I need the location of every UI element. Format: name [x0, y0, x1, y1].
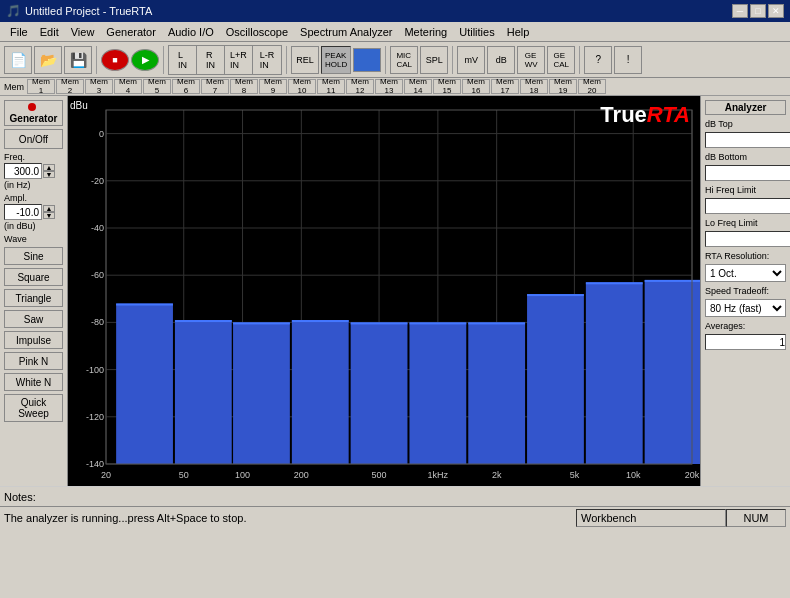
separator-1: [96, 46, 97, 74]
wave-sine[interactable]: Sine: [4, 247, 63, 265]
mem-19[interactable]: Mem19: [549, 79, 577, 94]
menu-file[interactable]: File: [4, 24, 34, 40]
averages-group: Averages:: [705, 321, 786, 350]
wave-pink-n[interactable]: Pink N: [4, 352, 63, 370]
rta-res-select[interactable]: 1 Oct. 1/2 Oct. 1/3 Oct. 1/6 Oct. 1/12 O…: [705, 264, 786, 282]
minimize-button[interactable]: ─: [732, 4, 748, 18]
db-button[interactable]: dB: [487, 46, 515, 74]
speed-select[interactable]: 80 Hz (fast) 40 Hz 20 Hz 10 Hz: [705, 299, 786, 317]
speed-group: Speed Tradeoff: 80 Hz (fast) 40 Hz 20 Hz…: [705, 286, 786, 317]
stop-button[interactable]: ■: [101, 49, 129, 71]
menubar: File Edit View Generator Audio I/O Oscil…: [0, 22, 790, 42]
lo-freq-input[interactable]: [705, 231, 790, 247]
db-top-group: dB Top ▲ ▼: [705, 119, 786, 148]
mem-16[interactable]: Mem16: [462, 79, 490, 94]
mem-20[interactable]: Mem20: [578, 79, 606, 94]
freq-input[interactable]: [4, 163, 42, 179]
menu-generator[interactable]: Generator: [100, 24, 162, 40]
hi-freq-input[interactable]: [705, 198, 790, 214]
db-top-input[interactable]: [705, 132, 790, 148]
channel-r-in[interactable]: RIN: [197, 46, 225, 74]
mem-6[interactable]: Mem6: [172, 79, 200, 94]
ampl-input[interactable]: [4, 204, 42, 220]
mem-3[interactable]: Mem3: [85, 79, 113, 94]
open-button[interactable]: 📂: [34, 46, 62, 74]
mem-1[interactable]: Mem1: [27, 79, 55, 94]
spl-button[interactable]: SPL: [420, 46, 448, 74]
hi-freq-row: ▲ ▼: [705, 198, 786, 214]
menu-audio-io[interactable]: Audio I/O: [162, 24, 220, 40]
db-bottom-input[interactable]: [705, 165, 790, 181]
rta-res-group: RTA Resolution: 1 Oct. 1/2 Oct. 1/3 Oct.…: [705, 251, 786, 282]
generator-onoff-button[interactable]: On/Off: [4, 129, 63, 149]
menu-oscilloscope[interactable]: Oscilloscope: [220, 24, 294, 40]
ampl-unit: (in dBu): [4, 221, 63, 231]
menu-metering[interactable]: Metering: [398, 24, 453, 40]
ampl-row: ▲ ▼: [4, 204, 63, 220]
memory-toolbar: Mem Mem1 Mem2 Mem3 Mem4 Mem5 Mem6 Mem7 M…: [0, 78, 790, 96]
wave-white-n[interactable]: White N: [4, 373, 63, 391]
mem-15[interactable]: Mem15: [433, 79, 461, 94]
mem-10[interactable]: Mem10: [288, 79, 316, 94]
mem-2[interactable]: Mem2: [56, 79, 84, 94]
freq-row: ▲ ▼: [4, 163, 63, 179]
ge-wv-button[interactable]: GEWV: [517, 46, 545, 74]
peak-hold-button[interactable]: PEAKHOLD: [321, 46, 351, 74]
window-controls: ─ □ ✕: [732, 4, 784, 18]
menu-help[interactable]: Help: [501, 24, 536, 40]
mic-wave-button[interactable]: [353, 48, 381, 72]
run-button[interactable]: ▶: [131, 49, 159, 71]
mv-button[interactable]: mV: [457, 46, 485, 74]
mem-9[interactable]: Mem9: [259, 79, 287, 94]
mem-18[interactable]: Mem18: [520, 79, 548, 94]
quick-sweep-button[interactable]: QuickSweep: [4, 394, 63, 422]
mem-12[interactable]: Mem12: [346, 79, 374, 94]
mem-4[interactable]: Mem4: [114, 79, 142, 94]
rel-button[interactable]: REL: [291, 46, 319, 74]
rta-res-label: RTA Resolution:: [705, 251, 786, 261]
notes-bar: Notes:: [0, 486, 790, 506]
save-button[interactable]: 💾: [64, 46, 92, 74]
analyzer-title: Analyzer: [705, 100, 786, 115]
mic-cal-button[interactable]: MICCAL: [390, 46, 418, 74]
freq-down[interactable]: ▼: [43, 171, 55, 178]
workbench-label: Workbench: [576, 509, 726, 527]
menu-utilities[interactable]: Utilities: [453, 24, 500, 40]
ampl-up[interactable]: ▲: [43, 205, 55, 212]
notes-input[interactable]: [40, 489, 786, 505]
mem-5[interactable]: Mem5: [143, 79, 171, 94]
mem-13[interactable]: Mem13: [375, 79, 403, 94]
mem-7[interactable]: Mem7: [201, 79, 229, 94]
channel-lr-in[interactable]: L+RIN: [225, 46, 253, 74]
separator-5: [452, 46, 453, 74]
help-excl-button[interactable]: !: [614, 46, 642, 74]
ampl-down[interactable]: ▼: [43, 212, 55, 219]
mem-14[interactable]: Mem14: [404, 79, 432, 94]
channel-l-r-in[interactable]: L-RIN: [253, 46, 281, 74]
toolbar: 📄 📂 💾 ■ ▶ LIN RIN L+RIN L-RIN REL PEAKHO…: [0, 42, 790, 78]
db-bottom-group: dB Bottom ▲ ▼: [705, 152, 786, 181]
mem-17[interactable]: Mem17: [491, 79, 519, 94]
freq-up[interactable]: ▲: [43, 164, 55, 171]
hi-freq-group: Hi Freq Limit ▲ ▼: [705, 185, 786, 214]
wave-triangle[interactable]: Triangle: [4, 289, 63, 307]
wave-square[interactable]: Square: [4, 268, 63, 286]
close-button[interactable]: ✕: [768, 4, 784, 18]
generator-panel: Generator On/Off Freq. ▲ ▼ (in Hz) Ampl.…: [0, 96, 68, 486]
maximize-button[interactable]: □: [750, 4, 766, 18]
wave-impulse[interactable]: Impulse: [4, 331, 63, 349]
new-button[interactable]: 📄: [4, 46, 32, 74]
menu-spectrum-analyzer[interactable]: Spectrum Analyzer: [294, 24, 398, 40]
help-q-button[interactable]: ?: [584, 46, 612, 74]
mem-11[interactable]: Mem11: [317, 79, 345, 94]
ge-cal-button[interactable]: GECAL: [547, 46, 575, 74]
menu-view[interactable]: View: [65, 24, 101, 40]
averages-input[interactable]: [705, 334, 786, 350]
menu-edit[interactable]: Edit: [34, 24, 65, 40]
mem-8[interactable]: Mem8: [230, 79, 258, 94]
channel-l-in[interactable]: LIN: [169, 46, 197, 74]
wave-saw[interactable]: Saw: [4, 310, 63, 328]
speed-label: Speed Tradeoff:: [705, 286, 786, 296]
separator-6: [579, 46, 580, 74]
freq-spinners: ▲ ▼: [43, 164, 55, 178]
